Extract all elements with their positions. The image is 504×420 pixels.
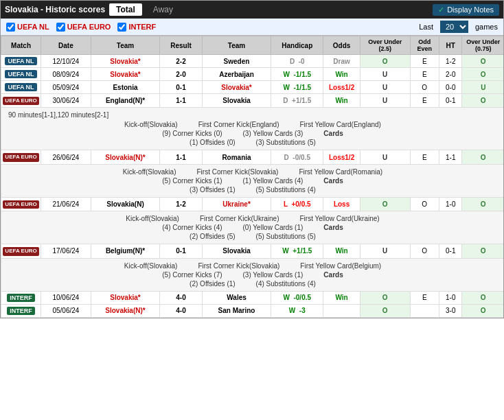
match-odds: Loss1/2 bbox=[323, 81, 360, 94]
detail-kickoff: Kick-off(Slovakia) bbox=[126, 215, 179, 222]
detail-kickoff: Kick-off(Slovakia) bbox=[124, 262, 178, 270]
interf-checkbox[interactable] bbox=[117, 23, 126, 32]
match-date: 21/06/24 bbox=[41, 197, 91, 211]
match-score: 0-1 bbox=[160, 244, 202, 258]
team1-name[interactable]: Slovakia* bbox=[91, 291, 160, 304]
match-result-char: W -1/1.5 bbox=[271, 68, 323, 81]
match-odds: Win bbox=[323, 94, 360, 108]
ht-score: 2-0 bbox=[439, 68, 462, 81]
matches-table: Match Date Team Result Team Handicap Odd… bbox=[1, 36, 504, 318]
over-under-val: U bbox=[360, 68, 410, 81]
detail-first-corner: First Corner Kick(Ukraine) bbox=[200, 215, 279, 222]
match-badge: UEFA EURO bbox=[1, 94, 41, 108]
match-odds: Win bbox=[323, 68, 360, 81]
ht-score: 0-1 bbox=[439, 244, 462, 258]
match-odds: Loss1/2 bbox=[323, 150, 360, 164]
detail-offsides: (1) Offsides (0) bbox=[190, 139, 236, 146]
team2-name[interactable]: San Marino bbox=[202, 304, 271, 317]
detail-corners: (5) Corner Kicks (1) bbox=[162, 177, 222, 185]
over-under-val: O bbox=[360, 304, 410, 317]
display-notes-button[interactable]: ✓ Display Notes bbox=[433, 4, 499, 16]
games-label: games bbox=[475, 23, 498, 31]
team2-name[interactable]: Sweden bbox=[202, 55, 271, 68]
odd-even-val bbox=[410, 304, 439, 317]
match-badge: UEFA NL bbox=[1, 68, 41, 81]
games-select[interactable]: 20105All bbox=[440, 21, 468, 33]
team1-name[interactable]: Estonia bbox=[91, 81, 160, 94]
detail-cell: Kick-off(Slovakia) First Corner Kick(Slo… bbox=[1, 164, 505, 197]
over-under-val: U bbox=[360, 150, 410, 164]
team1-name[interactable]: Slovakia* bbox=[91, 68, 160, 81]
team2-name[interactable]: Romania bbox=[202, 150, 271, 164]
match-odds: Win bbox=[323, 291, 360, 304]
detail-kickoff: Kick-off(Slovakia) bbox=[123, 168, 176, 176]
match-badge: UEFA NL bbox=[1, 55, 41, 68]
match-badge: INTERF bbox=[1, 291, 41, 304]
detail-cell: Kick-off(Slovakia) First Corner Kick(Slo… bbox=[1, 258, 505, 291]
ht-score: 1-2 bbox=[439, 55, 462, 68]
match-result-char: L +0/0.5 bbox=[271, 197, 323, 211]
team2-name[interactable]: Wales bbox=[202, 291, 271, 304]
team2-name[interactable]: Ukraine* bbox=[202, 197, 271, 211]
col-team2: Team bbox=[202, 36, 271, 55]
match-badge: UEFA EURO bbox=[1, 197, 41, 211]
match-odds: Draw bbox=[323, 55, 360, 68]
match-score: 1-1 bbox=[160, 94, 202, 108]
detail-corners: (5) Corner Kicks (7) bbox=[162, 271, 222, 279]
table-row: UEFA NL 12/10/24 Slovakia* 2-2 Sweden D … bbox=[1, 55, 505, 68]
team2-name[interactable]: Slovakia* bbox=[202, 81, 271, 94]
match-result-char: D -0 bbox=[271, 55, 323, 68]
uefa-nl-checkbox[interactable] bbox=[6, 23, 15, 32]
ou075-val: O bbox=[462, 197, 504, 211]
team2-name[interactable]: Slovakia bbox=[202, 94, 271, 108]
detail-offsides: (2) Offsides (1) bbox=[190, 280, 236, 288]
ht-score: 1-0 bbox=[439, 197, 462, 211]
col-ht: HT bbox=[439, 36, 462, 55]
team1-name[interactable]: Slovakia(N)* bbox=[91, 304, 160, 317]
detail-first-corner: First Corner Kick(Slovakia) bbox=[196, 168, 278, 176]
match-result-char: D +1/1.5 bbox=[271, 94, 323, 108]
match-result-char: D -0/0.5 bbox=[271, 150, 323, 164]
filter-row: UEFA NL UEFA EURO INTERF Last 20105All g… bbox=[1, 19, 503, 36]
uefa-nl-label: UEFA NL bbox=[17, 23, 49, 31]
match-result-char: W -1/1.5 bbox=[271, 81, 323, 94]
team1-name[interactable]: Belgium(N)* bbox=[91, 244, 160, 258]
match-badge: UEFA NL bbox=[1, 81, 41, 94]
odd-even-val: E bbox=[410, 94, 439, 108]
match-score: 2-2 bbox=[160, 55, 202, 68]
team2-name[interactable]: Azerbaijan bbox=[202, 68, 271, 81]
detail-yellow-cards: (1) Yellow Cards (4) bbox=[243, 177, 303, 185]
detail-cell: 90 minutes[1-1],120 minutes[2-1] Kick-of… bbox=[1, 108, 505, 150]
odd-even-val: O bbox=[410, 197, 439, 211]
detail-cards-label: Cards bbox=[323, 130, 343, 137]
team1-name[interactable]: Slovakia(N)* bbox=[91, 150, 160, 164]
table-row: UEFA NL 08/09/24 Slovakia* 2-0 Azerbaija… bbox=[1, 68, 505, 81]
match-score: 4-0 bbox=[160, 304, 202, 317]
team2-name[interactable]: Slovakia bbox=[202, 244, 271, 258]
table-row: UEFA EURO 17/06/24 Belgium(N)* 0-1 Slova… bbox=[1, 244, 505, 258]
match-date: 12/10/24 bbox=[41, 55, 91, 68]
team1-name[interactable]: Slovakia* bbox=[91, 55, 160, 68]
checkmark-icon: ✓ bbox=[438, 5, 444, 14]
team1-name[interactable]: England(N)* bbox=[91, 94, 160, 108]
match-date: 08/09/24 bbox=[41, 68, 91, 81]
over-under-val: O bbox=[360, 55, 410, 68]
detail-cards-label: Cards bbox=[323, 177, 343, 185]
filter-uefa-euro[interactable]: UEFA EURO bbox=[56, 23, 111, 32]
tab-total[interactable]: Total bbox=[109, 3, 142, 16]
team1-name[interactable]: Slovakia(N) bbox=[91, 197, 160, 211]
ht-score: 1-1 bbox=[439, 150, 462, 164]
detail-row: Kick-off(Slovakia) First Corner Kick(Slo… bbox=[1, 258, 505, 291]
filter-uefa-nl[interactable]: UEFA NL bbox=[6, 23, 49, 32]
match-score: 2-0 bbox=[160, 68, 202, 81]
detail-row: Kick-off(Slovakia) First Corner Kick(Ukr… bbox=[1, 211, 505, 244]
match-result-char: W -3 bbox=[271, 304, 323, 317]
tab-away[interactable]: Away bbox=[146, 3, 180, 16]
detail-row: 90 minutes[1-1],120 minutes[2-1] Kick-of… bbox=[1, 108, 505, 150]
uefa-euro-checkbox[interactable] bbox=[56, 23, 65, 32]
odd-even-val: E bbox=[410, 55, 439, 68]
detail-intro: 90 minutes[1-1],120 minutes[2-1] bbox=[8, 111, 497, 119]
odd-even-val: E bbox=[410, 291, 439, 304]
filter-interf[interactable]: INTERF bbox=[117, 23, 156, 32]
detail-cards-label: Cards bbox=[323, 271, 343, 279]
